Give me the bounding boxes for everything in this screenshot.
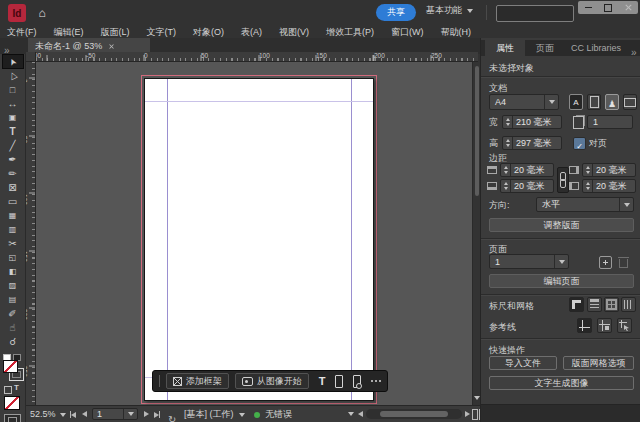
page-size-dropdown[interactable]: A4 [489, 94, 559, 110]
first-page-button[interactable] [70, 411, 76, 418]
add-frame-button[interactable]: 添加框架 [166, 373, 229, 389]
free-transform-tool[interactable]: ◱ [3, 251, 23, 264]
horizontal-scrollbar-thumb[interactable] [380, 411, 448, 417]
delete-page-button[interactable] [619, 256, 628, 267]
width-stepper[interactable] [503, 116, 513, 128]
document-viewport[interactable]: 添加框架 从图像开始 T [36, 62, 472, 405]
panel-collapse-icon[interactable] [631, 42, 637, 60]
menu-object[interactable]: 对象(O) [193, 28, 224, 37]
next-page-button[interactable] [144, 411, 149, 417]
horizontal-scrollbar[interactable] [366, 409, 462, 419]
document-grid-button[interactable] [604, 297, 619, 312]
previous-page-button[interactable] [82, 411, 87, 417]
menu-table[interactable]: 表(A) [241, 28, 262, 37]
document-preset-icon-2[interactable] [587, 94, 601, 110]
apply-none-swatch[interactable] [4, 396, 20, 410]
column-grid-tool[interactable]: ▥ [3, 223, 23, 236]
vertical-scrollbar[interactable] [472, 62, 480, 405]
direction-dropdown[interactable]: 水平 [536, 197, 634, 212]
last-page-button[interactable] [154, 411, 160, 418]
menu-plugins[interactable]: 增效工具(P) [326, 28, 374, 37]
minimize-button[interactable] [578, 1, 598, 14]
hand-tool[interactable]: ☝ [3, 321, 23, 334]
gap-tool[interactable]: ↔ [3, 97, 23, 110]
margin-bottom-stepper[interactable] [501, 180, 511, 192]
text-to-image-button[interactable]: 文字生成图像 [489, 376, 634, 390]
tab-close-icon[interactable] [109, 43, 115, 49]
show-rulers-button[interactable] [569, 297, 584, 312]
start-from-image-button[interactable]: 从图像开始 [235, 373, 309, 389]
tab-pages[interactable]: 页面 [525, 40, 565, 56]
ruler-origin-corner[interactable] [26, 52, 36, 62]
note-tool[interactable]: ▤ [3, 293, 23, 306]
scroll-left-icon[interactable] [358, 411, 363, 417]
menu-file[interactable]: 文件(F) [7, 28, 37, 37]
layout-grid-button[interactable] [621, 297, 636, 312]
gradient-swatch-tool[interactable]: ◧ [3, 265, 23, 278]
menu-type[interactable]: 文字(T) [147, 28, 177, 37]
preflight-indicator[interactable]: 无错误 [254, 410, 292, 419]
margin-top-stepper[interactable] [501, 164, 511, 176]
tab-cc-libraries[interactable]: CC Libraries [565, 40, 627, 56]
table-tool[interactable]: ▦ [3, 209, 23, 222]
menu-window[interactable]: 窗口(W) [391, 28, 424, 37]
margin-outside-stepper[interactable] [583, 180, 593, 192]
menu-layout[interactable]: 版面(L) [101, 28, 130, 37]
pen-tool[interactable]: ✒ [3, 153, 23, 166]
close-button[interactable] [618, 1, 638, 14]
zoom-tool[interactable]: ☌ [3, 335, 23, 348]
type-tool[interactable]: T [3, 125, 23, 138]
document-preset-icon-1[interactable]: A [569, 94, 583, 110]
margin-inside-field[interactable]: 20 毫米 [582, 163, 636, 177]
tab-properties[interactable]: 属性 [485, 40, 525, 56]
horizontal-ruler[interactable]: -100 -50 0 50 100 150 200 250 300 [36, 52, 478, 62]
pages-count-field[interactable]: 1 [587, 115, 633, 129]
maximize-button[interactable] [598, 1, 618, 14]
layout-grid-options-button[interactable]: 版面网格选项 [563, 356, 634, 370]
margin-bottom-field[interactable]: 20 毫米 [500, 179, 554, 193]
link-margins-button[interactable] [557, 167, 569, 193]
menu-view[interactable]: 视图(V) [279, 28, 309, 37]
taskbar-grip[interactable] [159, 375, 160, 387]
vertical-scrollbar-thumb[interactable] [475, 66, 479, 196]
page-tool[interactable]: □ [3, 83, 23, 96]
content-collector-tool[interactable]: ▣ [3, 111, 23, 124]
width-field[interactable]: 210 毫米 [502, 115, 562, 129]
pencil-tool[interactable]: ✏ [3, 167, 23, 180]
fill-swatch-none[interactable] [3, 360, 18, 373]
add-text-frame-icon[interactable]: T [319, 376, 326, 387]
add-page-button[interactable] [599, 256, 612, 269]
rotate-spread-icon[interactable] [168, 409, 176, 422]
baseline-grid-button[interactable] [587, 297, 602, 312]
margin-inside-stepper[interactable] [583, 164, 593, 176]
share-button[interactable]: 共享 [376, 4, 416, 21]
vertical-ruler[interactable]: 0 50 100 150 200 250 [26, 62, 36, 405]
margin-outside-field[interactable]: 20 毫米 [582, 179, 636, 193]
scroll-right-icon[interactable] [465, 411, 470, 417]
frame-tool[interactable]: ⊠ [3, 181, 23, 194]
search-input[interactable] [496, 5, 574, 22]
import-file-button[interactable]: 导入文件 [489, 356, 557, 370]
page-number-field[interactable]: 1 [92, 408, 138, 420]
home-icon[interactable] [32, 6, 52, 19]
menu-edit[interactable]: 编辑(E) [54, 28, 84, 37]
facing-pages-checkbox[interactable] [573, 137, 586, 150]
document-preset-icon-4[interactable] [623, 94, 637, 110]
eyedropper-tool[interactable]: ✐ [3, 307, 23, 320]
page[interactable] [144, 78, 374, 401]
workspace-switcher[interactable]: 基本功能 [426, 6, 473, 15]
direct-selection-tool[interactable]: ▷ [3, 69, 23, 82]
page-template-icon[interactable] [353, 375, 361, 388]
menu-help[interactable]: 帮助(H) [441, 28, 472, 37]
height-stepper[interactable] [503, 137, 513, 149]
document-preset-icon-3[interactable] [605, 94, 619, 110]
rectangle-tool[interactable]: ▭ [3, 195, 23, 208]
preflight-menu-icon[interactable] [348, 412, 354, 416]
blank-page-icon[interactable] [335, 375, 343, 388]
selection-tool[interactable]: ➤ [3, 55, 23, 68]
show-guides-button[interactable] [577, 318, 592, 333]
more-options-icon[interactable] [371, 380, 381, 382]
zoom-level-dropdown[interactable]: 52.5% [30, 410, 66, 419]
scissors-tool[interactable]: ✂ [3, 237, 23, 250]
height-field[interactable]: 297 毫米 [502, 136, 562, 150]
